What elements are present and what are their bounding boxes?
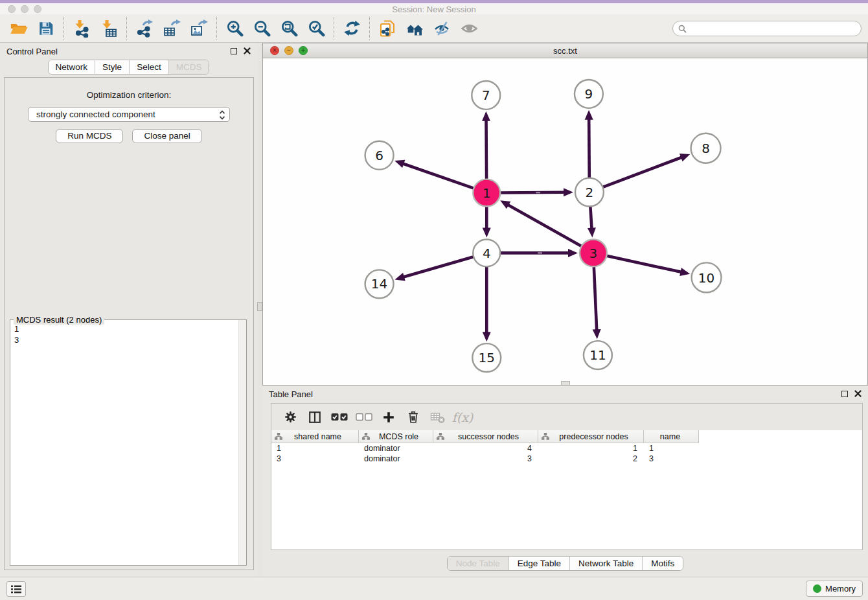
- criterion-select[interactable]: strongly connected component: [28, 107, 230, 122]
- graph-edge-1-2[interactable]: [500, 192, 565, 193]
- zoom-in-icon[interactable]: [221, 16, 248, 41]
- cell-predecessor-nodes[interactable]: 1: [538, 444, 644, 453]
- import-table-icon[interactable]: [95, 16, 122, 41]
- table-row[interactable]: 1 dominator 4 1 1: [271, 443, 699, 454]
- zoom-fit-icon[interactable]: [275, 16, 303, 41]
- graph-edge-4-14[interactable]: [403, 257, 474, 277]
- tab-motifs[interactable]: Motifs: [642, 557, 683, 570]
- tab-style[interactable]: Style: [95, 60, 129, 74]
- cell-name[interactable]: 3: [644, 454, 699, 463]
- cell-mcds-role[interactable]: dominator: [359, 454, 433, 463]
- float-table-panel-icon[interactable]: [841, 391, 848, 397]
- network-graph[interactable]: 7968124314101511: [263, 58, 867, 385]
- export-network-icon[interactable]: [131, 16, 158, 41]
- cell-mcds-role[interactable]: dominator: [359, 444, 433, 453]
- export-table-icon[interactable]: [158, 16, 185, 41]
- graph-edge-3-11[interactable]: [594, 266, 597, 330]
- refresh-layout-icon[interactable]: [338, 16, 365, 41]
- column-header-name[interactable]: name: [644, 430, 699, 443]
- graph-node-label: 8: [702, 141, 710, 156]
- houses-icon[interactable]: [401, 16, 428, 41]
- hide-details-eye-icon[interactable]: [428, 16, 455, 41]
- column-header-shared-name[interactable]: shared name: [271, 430, 359, 443]
- close-panel-icon[interactable]: [244, 47, 251, 54]
- panel-splitter-handle[interactable]: [257, 302, 262, 311]
- optimization-criterion-label: Optimization criterion:: [5, 90, 253, 100]
- delete-column-trash-icon[interactable]: [401, 406, 426, 428]
- graph-edge-2-3[interactable]: [590, 207, 591, 229]
- export-image-icon[interactable]: [185, 16, 212, 41]
- zoom-out-icon[interactable]: [248, 16, 275, 41]
- function-builder-icon[interactable]: f(x): [450, 406, 475, 428]
- memory-button[interactable]: Memory: [806, 581, 863, 597]
- open-session-icon[interactable]: [5, 16, 32, 41]
- tab-node-table[interactable]: Node Table: [448, 557, 508, 570]
- task-history-button[interactable]: [6, 581, 26, 597]
- tab-network[interactable]: Network: [49, 60, 95, 74]
- copy-network-icon[interactable]: [374, 16, 401, 41]
- tree-icon: [362, 433, 370, 440]
- add-column-icon[interactable]: [376, 406, 401, 428]
- table-panel-title: Table Panel: [269, 389, 313, 399]
- graph-edge-3-1[interactable]: [507, 205, 581, 246]
- zoom-selected-icon[interactable]: [303, 16, 330, 41]
- graph-edge-arrowhead: [482, 111, 490, 121]
- search-input[interactable]: [690, 23, 861, 34]
- graph-node-label: 1: [483, 185, 491, 201]
- tab-edge-table[interactable]: Edge Table: [508, 557, 569, 570]
- close-table-panel-icon[interactable]: [854, 390, 862, 397]
- graph-edge-arrowhead: [394, 160, 405, 168]
- save-session-icon[interactable]: [32, 16, 60, 41]
- cell-successor-nodes[interactable]: 3: [433, 454, 538, 463]
- table-row[interactable]: 3 dominator 3 2 3: [271, 454, 699, 464]
- view-splitter-handle[interactable]: [561, 381, 570, 385]
- graph-edge-2-8[interactable]: [602, 157, 682, 187]
- cell-predecessor-nodes[interactable]: 2: [538, 454, 644, 463]
- graph-edge-arrowhead: [564, 188, 573, 196]
- graph-edge-1-7[interactable]: [486, 120, 486, 179]
- memory-status-dot: [813, 584, 821, 593]
- graph-node-label: 11: [589, 347, 606, 363]
- close-panel-button[interactable]: Close panel: [132, 129, 201, 143]
- result-item[interactable]: 1: [14, 323, 246, 334]
- deselect-all-columns-icon[interactable]: [352, 406, 376, 428]
- status-bar: Memory: [0, 577, 868, 600]
- control-panel-title: Control Panel: [6, 47, 58, 56]
- table-toolbar: f(x): [271, 404, 862, 430]
- tab-mcds[interactable]: MCDS: [168, 60, 209, 74]
- network-view-window: × − + scc.txt 7968124314101511: [262, 43, 868, 386]
- import-network-icon[interactable]: [68, 16, 95, 41]
- birds-eye-view-icon[interactable]: [455, 16, 483, 41]
- graph-node-label: 15: [479, 350, 495, 365]
- column-header-successor-nodes[interactable]: successor nodes: [433, 430, 538, 443]
- tab-network-table[interactable]: Network Table: [569, 557, 642, 570]
- delete-table-icon[interactable]: [426, 406, 450, 428]
- table-panel: Table Panel: [262, 386, 868, 577]
- float-panel-icon[interactable]: [231, 48, 237, 54]
- network-canvas[interactable]: 7968124314101511: [263, 58, 867, 385]
- tree-icon: [275, 433, 282, 440]
- select-all-columns-icon[interactable]: [327, 406, 352, 428]
- graph-edge-2-9[interactable]: [589, 119, 589, 178]
- result-item[interactable]: 3: [14, 334, 246, 345]
- network-window-titlebar[interactable]: × − + scc.txt: [263, 43, 867, 58]
- cell-shared-name[interactable]: 1: [271, 444, 359, 453]
- window-title: Session: New Session: [0, 5, 868, 14]
- cell-shared-name[interactable]: 3: [271, 454, 359, 463]
- graph-edge-1-6[interactable]: [402, 163, 474, 188]
- cell-name[interactable]: 1: [644, 444, 699, 453]
- graph-node-label: 4: [483, 246, 491, 261]
- show-columns-icon[interactable]: [303, 406, 327, 428]
- mcds-panel: Optimization criterion: strongly connect…: [4, 77, 254, 570]
- column-header-predecessor-nodes[interactable]: predecessor nodes: [538, 430, 644, 443]
- graph-edge-3-10[interactable]: [606, 256, 681, 272]
- tab-select[interactable]: Select: [129, 60, 168, 74]
- toolbar-search[interactable]: [672, 21, 862, 36]
- graph-edge-arrowhead: [483, 332, 491, 341]
- column-header-mcds-role[interactable]: MCDS role: [359, 430, 433, 443]
- cell-successor-nodes[interactable]: 4: [433, 444, 538, 453]
- table-settings-gear-icon[interactable]: [278, 406, 303, 428]
- node-table: f(x) shared name MCDS role successor: [271, 403, 863, 550]
- result-scrollbar[interactable]: [238, 320, 246, 565]
- run-mcds-button[interactable]: Run MCDS: [56, 129, 123, 143]
